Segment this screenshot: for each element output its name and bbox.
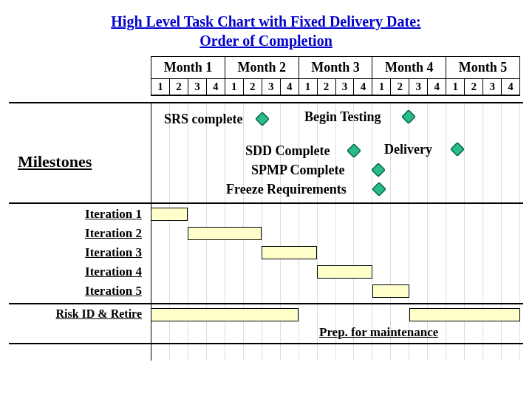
divider — [9, 303, 523, 304]
bar-prep — [409, 308, 520, 321]
svg-marker-3 — [451, 143, 464, 156]
row-label-risk: Risk ID & Retire — [9, 307, 142, 321]
milestone-begin-testing: Begin Testing — [304, 109, 381, 125]
diamond-icon — [402, 110, 415, 123]
row-label-it4: Iteration 4 — [9, 265, 142, 279]
divider — [9, 202, 523, 204]
month-cell: Month 5 — [446, 57, 520, 79]
row-label-it3: Iteration 3 — [9, 245, 142, 260]
month-cell: Month 3 — [299, 57, 373, 79]
week-cell: 3 — [188, 79, 207, 96]
week-cell: 2 — [465, 79, 483, 96]
svg-marker-5 — [372, 183, 386, 196]
svg-marker-1 — [402, 110, 415, 123]
diamond-icon — [256, 112, 269, 126]
bar-risk — [151, 308, 299, 321]
week-cell: 4 — [281, 79, 299, 96]
milestone-freeze: Freeze Requirements — [226, 182, 347, 197]
week-row: 1 2 3 4 1 2 3 4 1 2 3 4 1 2 3 4 1 2 3 4 — [151, 79, 520, 96]
week-cell: 3 — [262, 79, 281, 96]
svg-marker-2 — [347, 144, 361, 157]
week-cell: 1 — [225, 79, 244, 96]
month-cell: Month 1 — [151, 57, 225, 79]
divider — [9, 343, 523, 344]
milestones-header: Milestones — [18, 152, 92, 171]
week-cell: 1 — [299, 79, 318, 96]
week-cell: 1 — [446, 79, 465, 96]
page-title: High Level Task Chart with Fixed Deliver… — [0, 0, 532, 50]
milestone-spmp: SPMP Complete — [251, 163, 344, 178]
timeline-header: Month 1 Month 2 Month 3 Month 4 Month 5 … — [151, 56, 520, 96]
title-line-2: Order of Completion — [200, 33, 332, 49]
week-cell: 4 — [502, 79, 520, 96]
bar-it5 — [372, 284, 409, 298]
week-cell: 3 — [336, 79, 355, 96]
month-row: Month 1 Month 2 Month 3 Month 4 Month 5 — [151, 56, 520, 79]
week-cell: 3 — [409, 79, 428, 96]
diamond-icon — [372, 183, 386, 196]
diamond-icon — [451, 143, 464, 156]
row-label-it5: Iteration 5 — [9, 284, 142, 299]
week-cell: 4 — [428, 79, 446, 96]
week-cell: 1 — [151, 79, 170, 96]
bar-it2 — [188, 227, 262, 240]
bar-it3 — [262, 246, 317, 259]
milestone-sdd: SDD Complete — [245, 143, 330, 159]
week-cell: 3 — [483, 79, 502, 96]
diamond-icon — [347, 144, 361, 157]
row-label-it2: Iteration 2 — [9, 226, 142, 241]
bar-it4 — [317, 265, 372, 279]
milestone-delivery: Delivery — [384, 142, 432, 157]
prep-label: Prep. for maintenance — [319, 325, 438, 340]
month-cell: Month 4 — [372, 57, 446, 79]
week-cell: 4 — [354, 79, 372, 96]
title-line-1: High Level Task Chart with Fixed Deliver… — [111, 13, 420, 30]
week-cell: 2 — [318, 79, 336, 96]
divider — [9, 102, 523, 103]
week-cell: 2 — [391, 79, 409, 96]
week-cell: 2 — [244, 79, 262, 96]
week-cell: 2 — [170, 79, 188, 96]
milestone-srs: SRS complete — [164, 112, 243, 127]
week-cell: 1 — [372, 79, 391, 96]
bar-it1 — [151, 208, 188, 221]
svg-marker-0 — [256, 112, 269, 126]
week-cell: 4 — [207, 79, 225, 96]
svg-marker-4 — [372, 163, 385, 177]
row-label-it1: Iteration 1 — [9, 207, 142, 222]
month-cell: Month 2 — [225, 57, 299, 79]
diamond-icon — [372, 163, 385, 177]
